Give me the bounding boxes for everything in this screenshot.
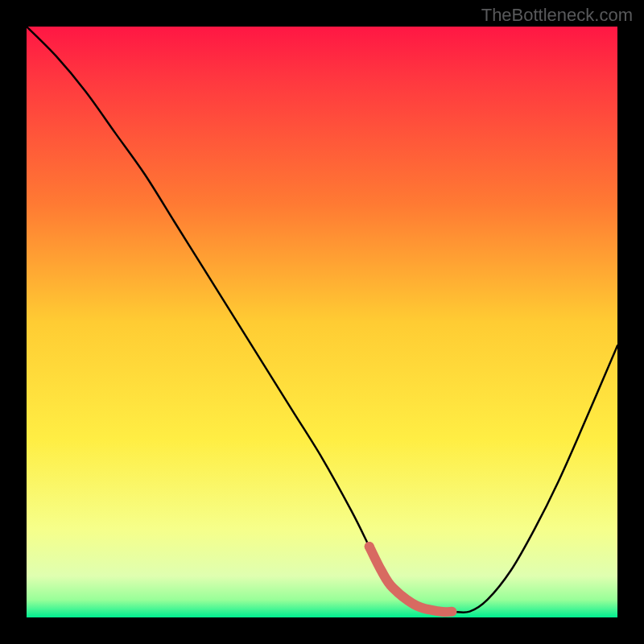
watermark-text: TheBottleneck.com — [481, 5, 633, 26]
optimal-range-start-dot — [365, 542, 374, 551]
plot-area — [27, 27, 617, 617]
chart-svg — [27, 27, 617, 617]
chart-container: TheBottleneck.com — [0, 0, 644, 644]
gradient-background — [27, 27, 617, 617]
